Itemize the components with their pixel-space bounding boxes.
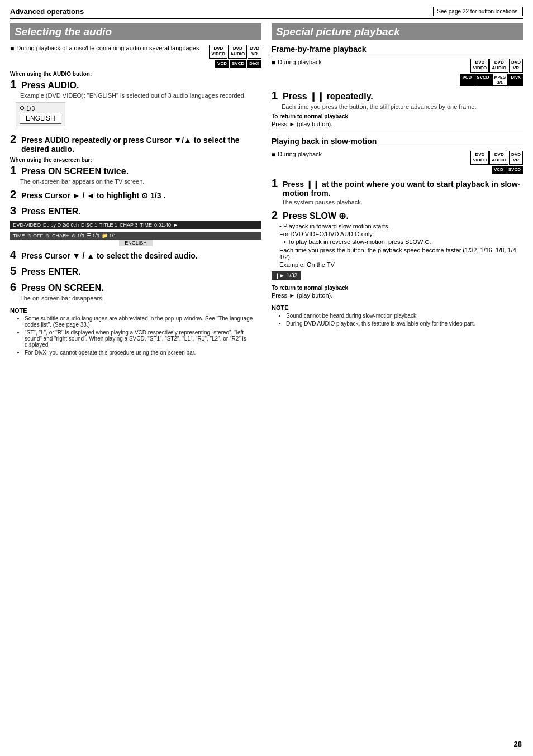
badge-dvd-video: DVDVIDEO bbox=[209, 45, 227, 59]
step-5-onscreen: 5 Press ENTER. bbox=[10, 265, 261, 277]
step-1-onscreen: 1 Press ON SCREEN twice. The on-screen b… bbox=[10, 164, 261, 185]
slow-badge-dvd-audio: DVDAUDIO bbox=[489, 151, 508, 165]
slow-step-1-desc: The system pauses playback. bbox=[282, 199, 523, 205]
onscreen-bar-row1: DVD-VIDEO Dolby D 2/0 0ch DISC 1 TITLE 1… bbox=[10, 221, 261, 229]
step-2-onscreen: 2 Press Cursor ► / ◄ to highlight ⊙ 1/3 … bbox=[10, 188, 261, 201]
audio-display-box: ⊙ 1/3 ENGLISH bbox=[16, 102, 65, 126]
bar-time-label: TIME bbox=[140, 222, 152, 228]
slow-badge-row2: VCD SVCD bbox=[492, 166, 523, 174]
bar2-audio: ⊙ 1/3 bbox=[72, 233, 84, 238]
page-number: 28 bbox=[514, 740, 522, 748]
bar2-subtitle: ⊕ bbox=[45, 233, 50, 238]
display-track: 1/3 bbox=[26, 105, 35, 112]
slow-step-1-number: 1 bbox=[272, 177, 280, 190]
slow-badge-svcd: SVCD bbox=[506, 166, 523, 174]
bar-chap: CHAP 3 bbox=[120, 222, 137, 228]
english-display: ENGLISH bbox=[20, 113, 61, 124]
page-header: Advanced operations See page 22 for butt… bbox=[10, 7, 523, 19]
bullet-icon: ■ bbox=[10, 45, 14, 52]
bar-title: TITLE 1 bbox=[99, 222, 117, 228]
slow-bullet-icon: ■ bbox=[272, 151, 275, 159]
frame-badge-mpeg: MPEG2/1 bbox=[492, 74, 508, 86]
step-6-onscreen-heading: 6 Press ON SCREEN. bbox=[10, 281, 261, 294]
left-note-title: NOTE bbox=[10, 307, 261, 314]
badge-dvd-audio: DVDAUDIO bbox=[228, 45, 247, 59]
step-3-onscreen-heading: 3 Press ENTER. bbox=[10, 204, 261, 217]
frame-badge-dvd-audio: DVDAUDIO bbox=[489, 59, 508, 73]
frame-return-label: To return to normal playback bbox=[272, 113, 523, 119]
step-1-on-text: Press ON SCREEN twice. bbox=[21, 166, 129, 176]
display-line-1: ⊙ 1/3 bbox=[20, 104, 61, 112]
frame-intro: ■ During playback DVDVIDEO DVDAUDIO DVDV… bbox=[272, 59, 523, 86]
slow-step-2-heading: 2 Press SLOW ⊕. bbox=[272, 209, 523, 222]
step-6-on-text: Press ON SCREEN. bbox=[21, 283, 104, 293]
when-audio-label: When using the AUDIO button: bbox=[10, 71, 261, 77]
step-1-audio: 1 Press AUDIO. Example (DVD VIDEO): "ENG… bbox=[10, 78, 261, 130]
slow-intro-text: During playback bbox=[278, 151, 468, 157]
bar-play-icon: ► bbox=[173, 222, 178, 228]
step-2-on-number: 2 bbox=[10, 188, 19, 201]
step-5-on-number: 5 bbox=[10, 265, 19, 277]
frame-section-title: Frame-by-frame playback bbox=[272, 45, 523, 55]
frame-badge-group: DVDVIDEO DVDAUDIO DVDVR VCD SVCD MPEG2/1… bbox=[460, 59, 523, 86]
bar2-folder: 📁 1/1 bbox=[102, 233, 116, 238]
bar-dolby: Dolby D 2/0 0ch bbox=[43, 222, 79, 228]
step-2-onscreen-heading: 2 Press Cursor ► / ◄ to highlight ⊙ 1/3 … bbox=[10, 188, 261, 201]
slow-return-text: Press ► (play button). bbox=[272, 292, 523, 299]
bar-dvd-video-label: DVD-VIDEO bbox=[13, 222, 41, 228]
slow-sub3: • To play back in reverse slow-motion, p… bbox=[284, 238, 523, 246]
columns: Selecting the audio ■ During playback of… bbox=[10, 23, 523, 357]
bar-disc: DISC 1 bbox=[81, 222, 97, 228]
onscreen-english-row: ENGLISH bbox=[10, 240, 261, 246]
display-cd-icon: ⊙ bbox=[20, 104, 25, 112]
when-onscreen-label: When using the on-screen bar: bbox=[10, 157, 261, 163]
frame-badge-divx: DivX bbox=[508, 74, 523, 86]
badge-divx: DivX bbox=[247, 60, 261, 68]
right-column: Special picture playback Frame-by-frame … bbox=[272, 23, 523, 357]
slow-step-1-text: Press ❙❙ at the point where you want to … bbox=[283, 180, 523, 198]
slow-sub5: Example: On the TV bbox=[279, 261, 523, 268]
frame-badge-vcd: VCD bbox=[460, 74, 474, 86]
section-divider bbox=[272, 132, 523, 132]
frame-badge-svcd: SVCD bbox=[474, 74, 491, 86]
slow-badge-row1: DVDVIDEO DVDAUDIO DVDVR bbox=[470, 151, 523, 165]
step-1-on-desc: The on-screen bar appears on the TV scre… bbox=[20, 178, 261, 185]
slow-sub2: For DVD VIDEO/DVD AUDIO only: bbox=[279, 231, 523, 237]
step-4-on-text: Press Cursor ▼ / ▲ to select the desired… bbox=[21, 251, 198, 260]
play-speed-indicator: ❙► 1/32 bbox=[272, 271, 301, 280]
step-5-onscreen-heading: 5 Press ENTER. bbox=[10, 265, 261, 277]
header-title: Advanced operations bbox=[10, 7, 84, 16]
slow-badge-dvd-video: DVDVIDEO bbox=[470, 151, 489, 165]
step-2-audio: 2 Press AUDIO repeatedly or press Cursor… bbox=[10, 133, 261, 154]
frame-return-text: Press ► (play button). bbox=[272, 121, 523, 127]
left-note-1: Some subtitle or audio languages are abb… bbox=[25, 315, 261, 328]
right-note-title: NOTE bbox=[272, 304, 523, 311]
badge-row-2: VCD SVCD DivX bbox=[215, 60, 261, 68]
step-2-number: 2 bbox=[10, 133, 19, 146]
step-6-on-number: 6 bbox=[10, 281, 19, 294]
badge-dvd-vr: DVDVR bbox=[248, 45, 261, 59]
left-column: Selecting the audio ■ During playback of… bbox=[10, 23, 261, 357]
slow-step-1-heading: 1 Press ❙❙ at the point where you want t… bbox=[272, 177, 523, 198]
step-1-desc: Example (DVD VIDEO): "ENGLISH" is select… bbox=[20, 92, 261, 99]
frame-badge-row1: DVDVIDEO DVDAUDIO DVDVR bbox=[470, 59, 523, 73]
slow-badge-vcd: VCD bbox=[492, 166, 506, 174]
right-section-title: Special picture playback bbox=[272, 23, 523, 40]
right-note-section: NOTE Sound cannot be heard during slow-m… bbox=[272, 304, 523, 327]
step-1-onscreen-heading: 1 Press ON SCREEN twice. bbox=[10, 164, 261, 177]
slow-step-2: 2 Press SLOW ⊕. Playback in forward slow… bbox=[272, 209, 523, 281]
bar2-time: TIME bbox=[13, 233, 25, 238]
left-note-3: For DivX, you cannot operate this proced… bbox=[25, 350, 261, 356]
slow-step-2-text: Press SLOW ⊕. bbox=[283, 210, 349, 221]
left-note-2: "ST", "L", or "R" is displayed when play… bbox=[25, 329, 261, 348]
step-2-on-text: Press Cursor ► / ◄ to highlight ⊙ 1/3 . bbox=[21, 191, 165, 200]
bar-time-val: 0:01:40 bbox=[154, 222, 171, 228]
slow-sub1: Playback in forward slow-motion starts. bbox=[279, 223, 523, 229]
step-3-onscreen: 3 Press ENTER. bbox=[10, 204, 261, 217]
step-2-text: Press AUDIO repeatedly or press Cursor ▼… bbox=[21, 136, 261, 154]
slow-return-label: To return to normal playback bbox=[272, 285, 523, 291]
frame-badge-dvd-video: DVDVIDEO bbox=[470, 59, 489, 73]
page-container: Advanced operations See page 22 for butt… bbox=[0, 0, 533, 756]
bar2-off: ⊙ OFF bbox=[27, 233, 44, 238]
slow-step-1: 1 Press ❙❙ at the point where you want t… bbox=[272, 177, 523, 205]
